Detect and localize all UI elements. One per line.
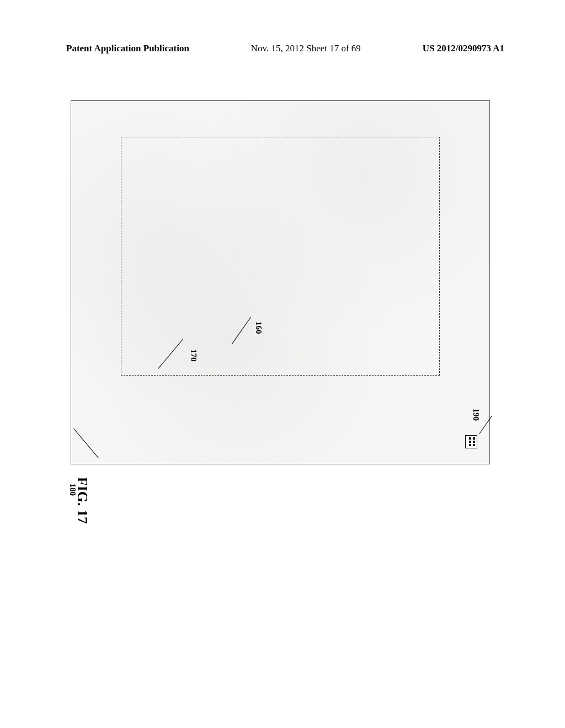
figure-17: 190 160 170 180 FIG. 17 [71,100,490,464]
display-outer-frame: 190 160 170 180 [71,100,490,464]
keyboard-icon [465,435,477,448]
page-header: Patent Application Publication Nov. 15, … [0,43,565,54]
leader-190 [479,416,492,434]
leader-180 [73,429,99,458]
header-center: Nov. 15, 2012 Sheet 17 of 69 [251,43,361,54]
ref-label-190: 190 [471,409,481,421]
ref-label-160: 160 [254,322,263,334]
display-inner-frame [121,137,440,376]
ref-label-170: 170 [189,349,198,362]
header-left: Patent Application Publication [66,43,189,54]
figure-caption: FIG. 17 [74,477,90,524]
header-right: US 2012/0290973 A1 [423,43,504,54]
